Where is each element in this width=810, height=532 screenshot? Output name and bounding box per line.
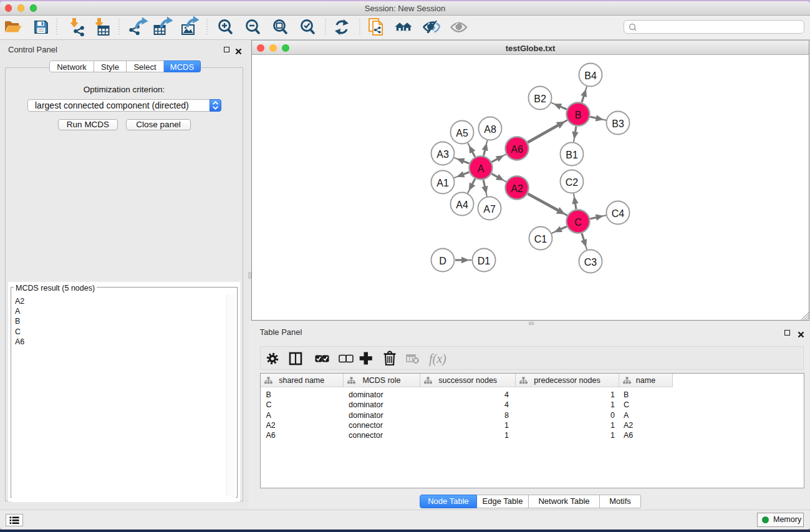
svg-text:C1: C1	[534, 234, 547, 244]
svg-text:A2: A2	[511, 183, 523, 194]
svg-text:C2: C2	[566, 177, 579, 188]
svg-text:A4: A4	[456, 200, 468, 210]
svg-text:f(x): f(x)	[429, 352, 446, 366]
svg-text:D: D	[439, 256, 446, 266]
svg-text:A7: A7	[483, 204, 496, 215]
svg-text:A5: A5	[456, 128, 468, 138]
svg-text:B4: B4	[584, 70, 597, 81]
svg-text:A1: A1	[436, 178, 449, 188]
svg-text:B2: B2	[534, 94, 546, 104]
svg-text:A3: A3	[436, 149, 449, 160]
svg-text:B1: B1	[566, 150, 578, 160]
svg-text:D1: D1	[478, 256, 491, 266]
svg-text:A: A	[478, 163, 485, 174]
svg-text:C: C	[574, 217, 582, 228]
svg-text:C4: C4	[612, 208, 625, 219]
svg-text:C3: C3	[584, 257, 597, 268]
svg-text:B: B	[575, 110, 582, 120]
svg-text:A6: A6	[511, 144, 523, 155]
svg-text:B3: B3	[612, 118, 624, 129]
svg-text:A8: A8	[484, 124, 496, 135]
